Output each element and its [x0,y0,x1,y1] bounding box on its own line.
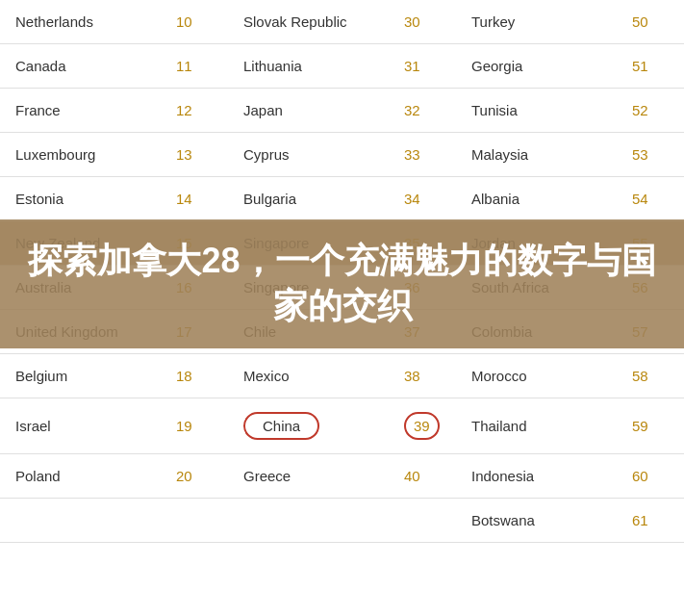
rank-num-col1: 19 [170,398,228,453]
rank-num-col3: 52 [626,89,684,132]
country-name-col2: Japan [228,89,398,132]
table-row: Poland20Greece40Indonesia60 [0,454,684,499]
rank-num-col1: 14 [170,177,228,220]
country-name-col3: Morocco [456,354,626,398]
country-name-col3: Georgia [456,44,626,88]
country-name-col3: Turkey [456,0,626,43]
country-name-col1: Estonia [0,177,170,220]
country-name-col2: Mexico [228,354,398,398]
rank-num-col1: 13 [170,133,228,176]
rank-num-col2: 32 [398,89,456,132]
rank-num-col1: 10 [170,0,228,43]
country-name-col3: Indonesia [456,454,626,498]
rank-num-col3: 58 [626,354,684,398]
country-name-col1: Poland [0,454,170,498]
rank-num-col1: 18 [170,354,228,398]
rank-num-col1: 12 [170,89,228,132]
rank-num-col2: 33 [398,133,456,176]
table-row: France12Japan32Tunisia52 [0,89,684,133]
country-name-col2: Bulgaria [228,177,398,220]
rank-num-col2: 31 [398,44,456,88]
country-name-col2 [228,499,398,542]
country-name-col2: Cyprus [228,133,398,176]
table-row: Belgium18Mexico38Morocco58 [0,354,684,398]
country-name-col2: Lithuania [228,44,398,88]
rank-num-col2: 38 [398,354,456,398]
rank-num-col3: 50 [626,0,684,43]
country-name-col1: France [0,89,170,132]
overlay-title: 探索加拿大28，一个充满魅力的数字与国家的交织 [23,239,661,329]
country-name-col2: China [228,398,398,453]
rank-num-col2: 40 [398,454,456,498]
rank-num-col3: 60 [626,454,684,498]
country-name-col1: Belgium [0,354,170,398]
table-row: Botswana61 [0,499,684,543]
country-name-col1: Israel [0,398,170,453]
rank-num-col1 [170,499,228,542]
rank-num-col3: 59 [626,398,684,453]
overlay-banner: 探索加拿大28，一个充满魅力的数字与国家的交织 [0,219,684,348]
rank-num-col1: 11 [170,44,228,88]
country-name-col1: Netherlands [0,0,170,43]
rank-num-col3: 51 [626,44,684,88]
country-name-col3: Malaysia [456,133,626,176]
country-name-col3: Tunisia [456,89,626,132]
rank-num-col2: 30 [398,0,456,43]
rank-num-col2: 39 [398,398,456,453]
table-row: Canada11Lithuania31Georgia51 [0,44,684,89]
country-name-col1: Luxembourg [0,133,170,176]
rank-num-col3: 54 [626,177,684,220]
rank-num-col3: 61 [626,499,684,542]
country-name-col3: Albania [456,177,626,220]
country-name-col3: Thailand [456,398,626,453]
rank-num-col3: 53 [626,133,684,176]
country-name-col1: Canada [0,44,170,88]
table-row: Estonia14Bulgaria34Albania54 [0,177,684,221]
table-row: Israel19China39Thailand59 [0,398,684,454]
rank-num-col2: 34 [398,177,456,220]
country-name-col2: Slovak Republic [228,0,398,43]
rank-num-col1: 20 [170,454,228,498]
table-row: Netherlands10Slovak Republic30Turkey50 [0,0,684,44]
country-name-col2: Greece [228,454,398,498]
country-name-col3: Botswana [456,499,626,542]
table-row: Luxembourg13Cyprus33Malaysia53 [0,133,684,177]
rank-num-col2 [398,499,456,542]
country-name-col1 [0,499,170,542]
